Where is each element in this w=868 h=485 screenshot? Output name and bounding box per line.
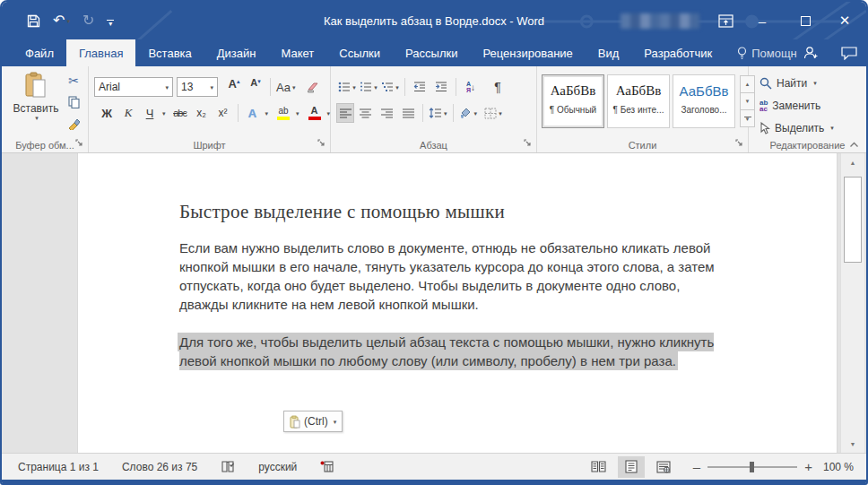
align-right-button[interactable] <box>376 103 397 123</box>
share-button[interactable] <box>803 46 818 60</box>
superscript-button[interactable]: x² <box>213 103 234 123</box>
zoom-slider-thumb[interactable] <box>750 462 754 472</box>
increase-indent-icon <box>435 82 447 92</box>
style-normal[interactable]: АаБбВв ¶ Обычный <box>542 74 604 128</box>
find-label: Найти <box>777 77 807 90</box>
caret-down-icon: ▾ <box>499 110 502 117</box>
shrink-font-button[interactable]: А ▾ <box>245 77 266 97</box>
maximize-button[interactable] <box>786 2 825 39</box>
comments-button[interactable] <box>841 47 857 60</box>
align-left-button[interactable] <box>336 103 354 123</box>
tab-mailings[interactable]: Рассылки <box>393 39 470 66</box>
minimize-button[interactable]: – <box>742 2 782 39</box>
font-color-button[interactable]: А <box>304 103 326 123</box>
clear-formatting-button[interactable] <box>302 77 324 97</box>
replace-button[interactable]: ab ac Заменить <box>760 94 820 117</box>
tab-references[interactable]: Ссылки <box>326 39 393 66</box>
tab-home[interactable]: Главная <box>66 39 135 66</box>
sort-button[interactable]: А Я ↓ <box>460 77 482 97</box>
select-button[interactable]: Выделить ▾ <box>760 117 834 139</box>
caret-down-icon: ▾ <box>474 110 478 117</box>
tab-view[interactable]: Вид <box>586 39 632 66</box>
scrollbar-thumb[interactable] <box>844 177 862 263</box>
page-count[interactable]: Страница 1 из 1 <box>18 461 99 473</box>
tab-layout[interactable]: Макет <box>268 39 326 66</box>
bold-button[interactable]: Ж <box>96 103 117 123</box>
language-status[interactable]: русский <box>258 461 297 473</box>
numbering-button[interactable]: ▾ <box>358 77 379 97</box>
divider <box>456 78 456 96</box>
font-dialog-launcher[interactable] <box>317 139 326 148</box>
style-no-spacing[interactable]: АаБбВв ¶ Без инте... <box>607 74 670 128</box>
format-painter-button[interactable] <box>63 115 84 133</box>
document-page[interactable]: Быстрое выделение с помощью мышки Если в… <box>77 153 838 453</box>
tab-review[interactable]: Рецензирование <box>470 39 585 66</box>
redo-button[interactable]: ↻ <box>82 13 94 28</box>
justify-button[interactable] <box>397 103 419 123</box>
shading-button[interactable]: ▾ <box>457 103 480 123</box>
scroll-down-button[interactable]: ▼ <box>841 435 864 453</box>
decrease-indent-button[interactable] <box>409 77 430 97</box>
tab-design[interactable]: Дизайн <box>204 39 269 66</box>
multilevel-list-button[interactable]: ▾ <box>379 77 401 97</box>
paste-button[interactable]: Вставить ▾ <box>11 72 61 136</box>
grow-font-button[interactable]: А ▴ <box>223 77 245 97</box>
text-highlight-button[interactable]: ab <box>273 103 294 123</box>
change-case-button[interactable]: Aa ▾ <box>274 77 297 97</box>
copy-button[interactable] <box>63 93 84 111</box>
customize-qat-button[interactable]: ▾ <box>107 17 114 25</box>
proofing-status[interactable] <box>221 460 235 473</box>
macro-recording-button[interactable] <box>320 461 334 472</box>
font-family-select[interactable]: Arial ▾ <box>94 77 173 97</box>
read-mode-button[interactable] <box>586 456 612 478</box>
close-button[interactable]: ✕ <box>825 2 864 39</box>
show-marks-button[interactable]: ¶ <box>487 77 508 97</box>
collapse-ribbon-button[interactable] <box>849 141 859 148</box>
zoom-in-button[interactable]: + <box>804 459 812 474</box>
cut-button[interactable]: ✂ <box>63 72 84 90</box>
bullets-button[interactable]: ▾ <box>336 77 358 97</box>
clipboard-dialog-launcher[interactable] <box>75 139 84 148</box>
word-count[interactable]: Слово 26 из 75 <box>122 461 197 473</box>
tab-developer[interactable]: Разработчик <box>631 39 725 66</box>
scroll-up-button[interactable]: ▲ <box>841 153 864 171</box>
strikethrough-button[interactable]: abc <box>169 103 191 123</box>
increase-indent-button[interactable] <box>430 77 452 97</box>
font-color-icon: А <box>311 106 318 116</box>
subscript-button[interactable]: x₂ <box>191 103 213 123</box>
line-spacing-button[interactable]: ▾ <box>427 103 449 123</box>
zoom-level[interactable]: 100 % <box>823 461 854 473</box>
vertical-scrollbar[interactable]: ▲ ▼ <box>840 153 864 453</box>
italic-button[interactable]: К <box>117 103 139 123</box>
borders-icon <box>484 108 497 119</box>
zoom-out-button[interactable]: – <box>693 459 700 474</box>
font-size-select[interactable]: 13 ▾ <box>177 77 218 97</box>
ribbon-display-options-button[interactable] <box>710 2 741 39</box>
underline-button[interactable]: Ч <box>139 103 161 123</box>
paragraph-dialog-launcher[interactable] <box>524 139 533 148</box>
undo-button[interactable]: ↶ ▾ <box>53 13 70 28</box>
scissors-icon: ✂ <box>68 74 79 88</box>
styles-group: АаБбВв ¶ Обычный АаБбВв ¶ Без инте... Аа… <box>537 66 749 152</box>
clear-formatting-icon <box>307 82 320 93</box>
text-effects-button[interactable]: А <box>242 103 264 123</box>
font-size-value: 13 <box>181 81 193 93</box>
paste-options-button[interactable]: (Ctrl) ▾ <box>283 411 343 432</box>
tell-me-box[interactable]: Помощн <box>725 39 810 66</box>
read-mode-icon <box>591 461 606 472</box>
align-center-button[interactable] <box>354 103 376 123</box>
save-button[interactable] <box>27 14 40 28</box>
tab-insert[interactable]: Вставка <box>135 39 204 66</box>
tab-file[interactable]: Файл <box>13 39 66 66</box>
caret-down-icon: ▾ <box>108 22 112 25</box>
styles-dialog-launcher[interactable] <box>735 139 744 148</box>
find-button[interactable]: Найти ▾ <box>760 72 817 94</box>
web-layout-button[interactable] <box>650 456 677 478</box>
print-layout-button[interactable] <box>618 456 645 478</box>
zoom-slider[interactable] <box>707 466 797 468</box>
web-layout-icon <box>656 461 671 473</box>
proofing-book-icon <box>221 460 235 473</box>
clipboard-small-buttons: ✂ <box>63 72 84 133</box>
style-heading1[interactable]: АаБбВв Заголово... <box>673 74 735 128</box>
borders-button[interactable]: ▾ <box>482 103 504 123</box>
